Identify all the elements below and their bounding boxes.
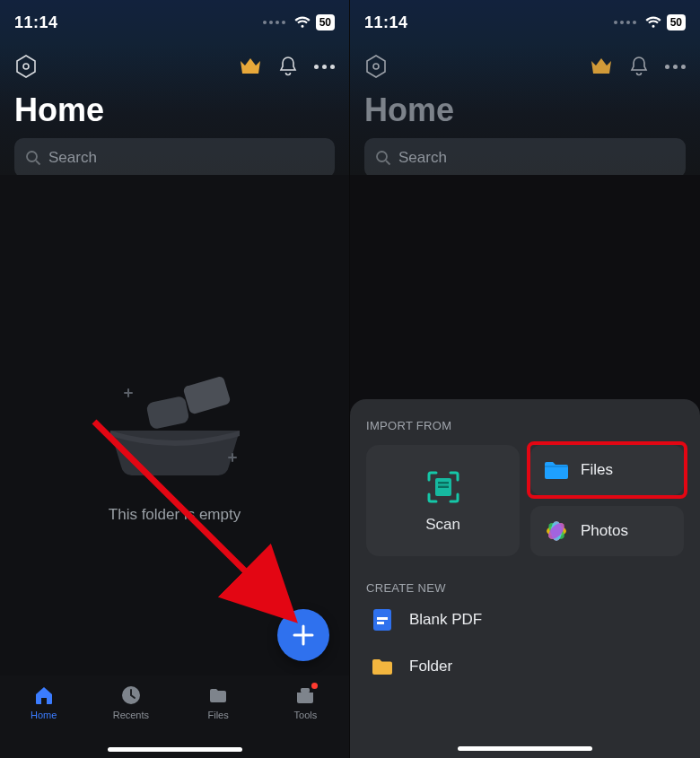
tab-bar: Home Recents Files Tools <box>0 675 349 758</box>
import-files-button[interactable]: Files <box>530 445 684 495</box>
import-heading: IMPORT FROM <box>366 419 684 432</box>
page-title: Home <box>364 91 686 129</box>
create-folder-label: Folder <box>409 658 452 675</box>
search-input[interactable]: Search <box>364 138 686 178</box>
import-scan-button[interactable]: Scan <box>366 445 520 556</box>
header-area: 11:14 50 Home Searc <box>0 0 349 175</box>
phone-screen-right: 11:14 50 Home Searc <box>350 0 700 758</box>
settings-icon[interactable] <box>364 55 388 78</box>
svg-rect-16 <box>438 486 449 489</box>
search-placeholder: Search <box>48 149 97 167</box>
status-time: 11:14 <box>14 13 58 32</box>
search-icon <box>375 150 391 166</box>
settings-icon[interactable] <box>14 55 38 78</box>
empty-state-text: This folder is empty <box>109 506 241 524</box>
status-right: 50 <box>263 14 335 30</box>
svg-point-1 <box>27 152 37 161</box>
status-bar: 11:14 50 <box>364 0 686 45</box>
more-icon[interactable] <box>314 65 335 69</box>
add-sheet: IMPORT FROM Scan <box>350 399 700 758</box>
create-blank-pdf-button[interactable]: Blank PDF <box>366 607 684 632</box>
import-photos-label: Photos <box>581 522 628 540</box>
wifi-icon <box>294 16 311 29</box>
svg-rect-15 <box>438 482 449 484</box>
home-icon <box>33 684 55 706</box>
import-photos-button[interactable]: Photos <box>530 506 684 556</box>
search-placeholder: Search <box>398 149 447 167</box>
svg-line-13 <box>386 161 390 165</box>
add-button[interactable] <box>277 609 329 661</box>
svg-rect-3 <box>145 396 189 430</box>
search-icon <box>25 150 41 166</box>
status-time: 11:14 <box>364 13 408 32</box>
create-folder-button[interactable]: Folder <box>366 654 684 679</box>
svg-rect-24 <box>377 617 388 620</box>
more-icon[interactable] <box>665 65 686 69</box>
crown-icon[interactable] <box>239 57 262 76</box>
svg-line-2 <box>36 161 40 165</box>
svg-point-11 <box>373 64 379 69</box>
app-toolbar <box>364 50 686 83</box>
app-toolbar <box>14 50 335 83</box>
folder-icon <box>207 684 229 706</box>
photos-icon <box>543 519 570 543</box>
notification-dot <box>311 683 318 689</box>
home-indicator[interactable] <box>108 747 242 752</box>
folder-yellow-icon <box>370 654 395 679</box>
battery-icon: 50 <box>316 14 335 30</box>
phone-screen-left: 11:14 50 Home Searc <box>0 0 350 758</box>
empty-state: This folder is empty <box>0 359 349 524</box>
svg-rect-10 <box>301 688 310 693</box>
files-folder-icon <box>543 458 570 482</box>
scan-icon <box>424 467 463 507</box>
status-bar: 11:14 50 <box>14 0 335 45</box>
crown-icon[interactable] <box>590 57 613 76</box>
search-input[interactable]: Search <box>14 138 335 178</box>
bell-icon[interactable] <box>629 56 649 77</box>
tab-home[interactable]: Home <box>8 684 80 758</box>
battery-icon: 50 <box>667 14 686 30</box>
import-scan-label: Scan <box>425 516 460 534</box>
clock-icon <box>120 684 142 706</box>
wifi-icon <box>645 16 661 29</box>
bell-icon[interactable] <box>278 56 298 77</box>
create-heading: CREATE NEW <box>366 581 684 595</box>
pdf-icon <box>370 607 395 632</box>
home-indicator[interactable] <box>458 746 592 751</box>
svg-point-0 <box>23 64 29 69</box>
svg-rect-25 <box>377 622 384 624</box>
page-title: Home <box>14 91 335 129</box>
empty-tray-icon <box>94 359 256 484</box>
header-area: 11:14 50 Home Searc <box>350 0 700 175</box>
signal-dots-icon <box>263 21 285 24</box>
create-blank-pdf-label: Blank PDF <box>409 611 482 629</box>
plus-icon <box>292 623 315 647</box>
status-right: 50 <box>614 14 686 30</box>
tab-tools[interactable]: Tools <box>269 684 341 758</box>
import-files-label: Files <box>581 461 613 479</box>
svg-point-12 <box>377 152 387 161</box>
signal-dots-icon <box>614 21 636 24</box>
